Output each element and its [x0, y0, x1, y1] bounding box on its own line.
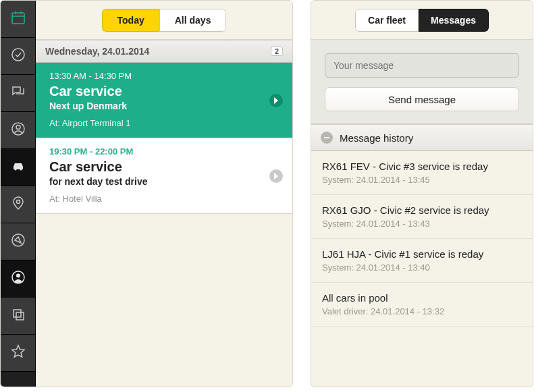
- day-header: Wednesday, 24.01.2014 2: [36, 40, 292, 63]
- message-meta: System: 24.01.2014 - 13:40: [322, 262, 522, 273]
- user-icon: [10, 121, 26, 140]
- chat-icon: [10, 84, 26, 103]
- send-message-button[interactable]: Send message: [325, 87, 519, 111]
- message-input[interactable]: [325, 53, 519, 78]
- appointment-location: At: Airport Terminal 1: [49, 118, 282, 128]
- message-title: All cars in pool: [322, 292, 522, 304]
- appointment-location: At: Hotel Villa: [49, 194, 282, 204]
- svg-rect-14: [16, 312, 24, 320]
- tab-today[interactable]: Today: [102, 9, 159, 32]
- svg-point-9: [16, 200, 20, 204]
- svg-point-4: [12, 49, 24, 61]
- message-row[interactable]: RX61 GJO - Civic #2 service is reday Sys…: [311, 195, 533, 239]
- empty-area: [36, 214, 292, 387]
- message-row[interactable]: All cars in pool Valet driver: 24.01.201…: [311, 283, 533, 327]
- pin-icon: [10, 195, 26, 214]
- message-meta: System: 24.01.2014 - 13:45: [322, 175, 522, 185]
- svg-point-10: [12, 234, 24, 246]
- svg-point-12: [16, 274, 20, 278]
- sidebar-location[interactable]: [1, 186, 35, 223]
- message-title: LJ61 HJA - Civic #1 service is reday: [322, 248, 522, 260]
- sidebar-fleet[interactable]: [1, 149, 35, 186]
- tab-alldays[interactable]: All days: [159, 9, 227, 32]
- sidebar-copy[interactable]: [1, 298, 35, 335]
- message-row[interactable]: LJ61 HJA - Civic #1 service is reday Sys…: [311, 239, 533, 283]
- appointment-time: 13:30 AM - 14:30 PM: [49, 71, 282, 81]
- messages-panel: Car fleet Messages Send message Message …: [311, 0, 533, 387]
- day-header-label: Wednesday, 24.01.2014: [45, 46, 149, 57]
- schedule-main: Today All days Wednesday, 24.01.2014 2 1…: [36, 1, 292, 387]
- message-meta: System: 24.01.2014 - 13:43: [322, 219, 522, 229]
- svg-point-6: [16, 125, 20, 130]
- schedule-tabs: Today All days: [36, 1, 292, 40]
- svg-rect-13: [14, 310, 21, 317]
- appointment-subtitle: for next day test drive: [49, 176, 282, 187]
- copy-icon: [10, 306, 26, 325]
- sidebar-account[interactable]: [1, 260, 35, 298]
- messages-tabs: Car fleet Messages: [311, 1, 533, 40]
- svg-point-8: [20, 168, 22, 170]
- sidebar-calendar[interactable]: [1, 1, 35, 38]
- appointment-row[interactable]: 19:30 PM - 22:00 PM Car service for next…: [36, 138, 292, 214]
- day-count-badge: 2: [271, 47, 283, 56]
- tab-messages[interactable]: Messages: [419, 9, 489, 32]
- message-title: RX61 GJO - Civic #2 service is reday: [322, 204, 522, 216]
- message-title: RX61 FEV - Civic #3 service is reday: [322, 161, 522, 172]
- compose-area: Send message: [311, 40, 533, 124]
- sidebar-chat[interactable]: [1, 75, 35, 112]
- appointment-time: 19:30 PM - 22:00 PM: [49, 146, 282, 157]
- appointment-title: Car service: [49, 84, 282, 99]
- chevron-right-icon: [269, 169, 283, 183]
- sidebar-tasks[interactable]: [1, 38, 35, 75]
- appointment-row[interactable]: 13:30 AM - 14:30 PM Car service Next up …: [36, 63, 292, 138]
- check-circle-icon: [10, 47, 26, 65]
- sidebar-profile[interactable]: [1, 112, 35, 149]
- message-meta: Valet driver: 24.01.2014 - 13:32: [322, 306, 522, 316]
- message-history-label: Message history: [340, 132, 413, 144]
- chevron-right-icon: [269, 94, 283, 107]
- sidebar: [1, 1, 36, 387]
- calendar-icon: [10, 9, 26, 28]
- car-icon: [10, 158, 26, 177]
- tab-car-fleet[interactable]: Car fleet: [355, 9, 419, 32]
- appointment-subtitle: Next up Denmark: [49, 101, 282, 111]
- sidebar-navigate[interactable]: [1, 223, 35, 260]
- sidebar-favorites[interactable]: [1, 335, 35, 372]
- user-filled-icon: [10, 269, 26, 288]
- schedule-panel: Today All days Wednesday, 24.01.2014 2 1…: [0, 0, 293, 387]
- message-row[interactable]: RX61 FEV - Civic #3 service is reday Sys…: [311, 151, 533, 195]
- svg-point-7: [14, 168, 16, 170]
- message-history-header[interactable]: Message history: [311, 124, 533, 151]
- star-icon: [10, 343, 26, 362]
- appointment-title: Car service: [49, 159, 282, 175]
- collapse-icon: [321, 132, 333, 144]
- svg-rect-0: [12, 13, 24, 24]
- compass-icon: [10, 232, 26, 251]
